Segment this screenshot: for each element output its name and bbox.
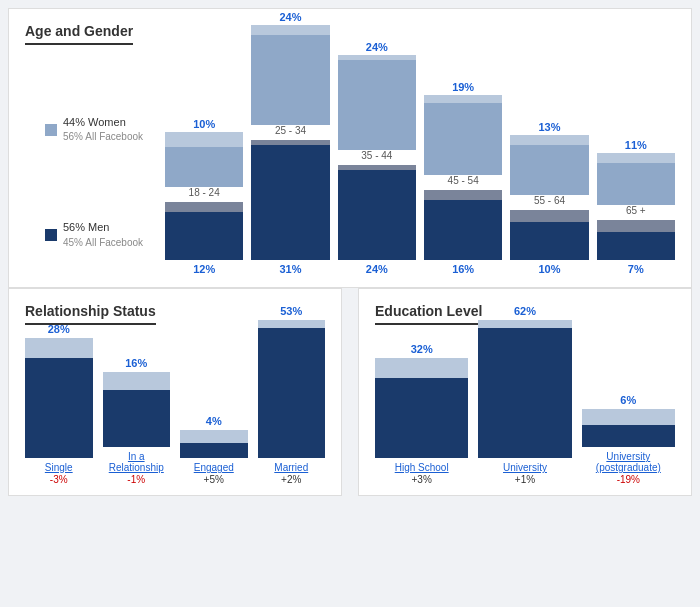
age-range-label: 55 - 64 <box>534 195 565 206</box>
legend-women: 44% Women 56% All Facebook <box>45 115 143 144</box>
legend: 44% Women 56% All Facebook 56% Men 45% A… <box>45 115 143 250</box>
age-gender-title: Age and Gender <box>25 23 133 45</box>
men-pct-label: 10% <box>538 263 560 275</box>
women-bar-fg <box>424 103 502 175</box>
men-pct-label: 16% <box>452 263 474 275</box>
women-pct-label: 10% <box>193 118 215 130</box>
age-range-label: 65 + <box>626 205 646 216</box>
women-bar-fg <box>597 163 675 205</box>
bar-fg <box>25 358 93 458</box>
age-group: 19%45 - 5416% <box>424 81 502 277</box>
bar-col-delta: +2% <box>281 474 301 485</box>
bar-pct: 28% <box>48 323 70 335</box>
bar-col: 4%Engaged+5% <box>180 415 248 485</box>
women-pct-label: 11% <box>625 139 647 151</box>
age-chart-container: 10%18 - 2412%24%25 - 3431%24%35 - 4424%1… <box>165 57 675 277</box>
bar-pct: 6% <box>620 394 636 406</box>
bar-col-label[interactable]: Single <box>45 462 73 473</box>
bar-wrapper <box>103 372 171 447</box>
bar-pct: 53% <box>280 305 302 317</box>
men-bar-bg <box>510 210 588 260</box>
men-bar-fg <box>251 145 329 260</box>
bar-fg <box>478 328 571 458</box>
women-pct-label: 24% <box>279 11 301 23</box>
age-group: 11%65 +7% <box>597 139 675 277</box>
women-bar-bg <box>597 153 675 205</box>
bar-wrapper <box>258 320 326 458</box>
bar-pct: 4% <box>206 415 222 427</box>
legend-men: 56% Men 45% All Facebook <box>45 220 143 249</box>
education-title: Education Level <box>375 303 482 325</box>
bar-col-label[interactable]: University <box>503 462 547 473</box>
bar-wrapper <box>25 338 93 458</box>
age-range-label: 18 - 24 <box>189 187 220 198</box>
men-pct-label: 7% <box>628 263 644 275</box>
bar-wrapper <box>478 320 571 458</box>
bar-col-label[interactable]: University (postgraduate) <box>582 451 675 473</box>
education-card: Education Level 32%High School+3%62%Univ… <box>358 288 692 496</box>
bar-fg <box>582 425 675 447</box>
bar-col: 62%University+1% <box>478 305 571 485</box>
bar-col-label[interactable]: In a Relationship <box>103 451 171 473</box>
bar-wrapper <box>582 409 675 447</box>
bar-col-delta: -3% <box>50 474 68 485</box>
women-bar-bg <box>251 25 329 125</box>
age-gender-chart-wrapper: 44% Women 56% All Facebook 56% Men 45% A… <box>25 57 675 277</box>
bar-fg <box>103 390 171 447</box>
bottom-row: Relationship Status 28%Single-3%16%In a … <box>0 288 700 504</box>
bar-pct: 62% <box>514 305 536 317</box>
bar-col: 53%Married+2% <box>258 305 326 485</box>
bar-col-label[interactable]: High School <box>395 462 449 473</box>
education-chart: 32%High School+3%62%University+1%6%Unive… <box>375 345 675 485</box>
age-group: 13%55 - 6410% <box>510 121 588 277</box>
women-bar-bg <box>510 135 588 195</box>
women-bar-bg <box>338 55 416 150</box>
bar-fg <box>375 378 468 458</box>
bar-fg <box>258 328 326 458</box>
bar-pct: 16% <box>125 357 147 369</box>
bar-col-label[interactable]: Engaged <box>194 462 234 473</box>
age-range-label: 35 - 44 <box>361 150 392 161</box>
age-group: 24%25 - 3431% <box>251 11 329 277</box>
age-range-label: 25 - 34 <box>275 125 306 136</box>
bar-col-delta: +3% <box>412 474 432 485</box>
women-bar-fg <box>510 145 588 195</box>
men-bar-bg <box>165 202 243 260</box>
men-pct-label: 12% <box>193 263 215 275</box>
men-bar-bg <box>338 165 416 260</box>
legend-women-text: 44% Women 56% All Facebook <box>63 115 143 144</box>
bar-pct: 32% <box>411 343 433 355</box>
legend-women-sublabel: 56% All Facebook <box>63 130 143 144</box>
bar-col: 32%High School+3% <box>375 343 468 485</box>
men-bar-fg <box>510 222 588 260</box>
men-bar-fg <box>165 212 243 260</box>
legend-men-label: 56% Men <box>63 220 143 235</box>
relationship-title: Relationship Status <box>25 303 156 325</box>
bar-col-label[interactable]: Married <box>274 462 308 473</box>
men-pct-label: 31% <box>279 263 301 275</box>
bar-col-delta: +1% <box>515 474 535 485</box>
age-group: 24%35 - 4424% <box>338 41 416 277</box>
men-bar-fg <box>597 232 675 260</box>
bar-col-delta: +5% <box>204 474 224 485</box>
bar-wrapper <box>375 358 468 458</box>
women-pct-label: 24% <box>366 41 388 53</box>
bar-fg <box>180 443 248 458</box>
women-pct-label: 13% <box>538 121 560 133</box>
men-bar-bg <box>597 220 675 260</box>
legend-women-label: 44% Women <box>63 115 143 130</box>
women-bar-bg <box>165 132 243 187</box>
age-group: 10%18 - 2412% <box>165 118 243 277</box>
women-bar-fg <box>338 60 416 150</box>
legend-men-text: 56% Men 45% All Facebook <box>63 220 143 249</box>
bar-col-delta: -1% <box>127 474 145 485</box>
women-pct-label: 19% <box>452 81 474 93</box>
men-bar-bg <box>251 140 329 260</box>
legend-women-box <box>45 124 57 136</box>
bar-col: 28%Single-3% <box>25 323 93 485</box>
men-bar-fg <box>338 170 416 260</box>
relationship-card: Relationship Status 28%Single-3%16%In a … <box>8 288 342 496</box>
women-bar-fg <box>251 35 329 125</box>
bar-col: 6%University (postgraduate)-19% <box>582 394 675 485</box>
bar-col: 16%In a Relationship-1% <box>103 357 171 485</box>
